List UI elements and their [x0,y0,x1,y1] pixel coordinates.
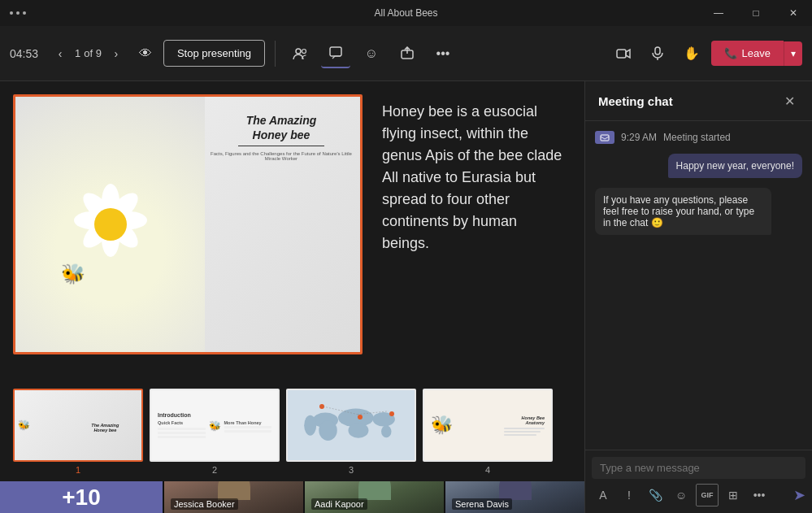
slide-current: 1 [75,47,80,59]
attach-button[interactable]: 📎 [644,484,667,506]
more-format-button[interactable]: ⊞ [722,484,745,506]
toolbar-right: ✋ 📞 Leave ▾ [609,39,802,68]
person-body-3 [499,481,532,500]
more-count: +10 [62,485,101,511]
slide-navigation: ‹ 1 of 9 › [49,42,128,65]
toolbar: 04:53 ‹ 1 of 9 › 👁 Stop presenting ☺ ••• [0,26,812,81]
main-content: 🐝 The AmazingHoney bee Facts, Figures an… [0,81,812,513]
main-slide-preview: 🐝 The AmazingHoney bee Facts, Figures an… [13,94,363,354]
thumbnail-strip: 🐝 The AmazingHoney bee 1 Introduction Qu… [0,382,584,481]
video-strip: +10 Jessica Booker Aadi Kapoor [0,481,584,513]
svg-line-14 [320,406,358,415]
eye-button[interactable]: 👁 [134,42,157,65]
svg-point-0 [296,49,301,54]
person-silhouette-3 [495,481,536,497]
person-body-2 [358,481,391,500]
person-silhouette-2 [354,481,395,497]
system-message: 9:29 AM Meeting started [595,131,802,144]
thumb-inner-2: Introduction Quick Facts 🐝 [151,390,278,460]
toolbar-divider-1 [275,41,276,67]
person-body-1 [218,481,250,500]
thumbnail-number-1: 1 [76,465,80,475]
leave-label: Leave [742,47,771,59]
slide-text-area: The AmazingHoney bee Facts, Figures and … [209,113,354,161]
reactions-icon-button[interactable]: ☺ [357,39,386,68]
prev-slide-button[interactable]: ‹ [49,42,72,65]
leave-dropdown-button[interactable]: ▾ [784,41,802,66]
slide-subtitle: Facts, Figures and the Challenges for th… [209,151,354,161]
app-title: All About Bees [374,7,437,19]
chat-message-input[interactable] [600,462,797,474]
flower-center [94,208,127,241]
system-time: 9:29 AM [621,132,657,143]
thumbnail-slide-3[interactable] [286,389,416,462]
svg-rect-4 [617,50,626,58]
description-content: Honey bee is a eusocial flying insect, w… [382,101,565,254]
thumbnail-number-4: 4 [485,465,490,475]
title-bar: All About Bees — □ ✕ [0,0,812,26]
leave-phone-icon: 📞 [724,47,737,59]
minimize-button[interactable]: — [700,0,737,26]
chat-bubble-left: If you have any questions, please feel f… [595,188,771,235]
chat-messages: 9:29 AM Meeting started Happy new year, … [585,121,812,450]
important-button[interactable]: ! [618,484,640,506]
thumbnail-4[interactable]: 🐝 Honey BeeAnatomy 4 [423,389,553,475]
slide-of: of 9 [84,47,102,59]
more-options-button[interactable]: ••• [428,39,458,68]
mic-button[interactable] [643,39,672,68]
system-icon [595,131,614,144]
video-name-1: Jessica Booker [171,498,238,510]
share-icon-button[interactable] [393,39,422,68]
thumbnail-slide-2[interactable]: Introduction Quick Facts 🐝 [150,389,280,462]
thumbnail-number-2: 2 [212,465,217,475]
close-button[interactable]: ✕ [775,0,812,26]
raise-hand-button[interactable]: ✋ [677,39,706,68]
emoji-button[interactable]: ☺ [670,484,693,506]
more-participants-tile: +10 [0,481,163,513]
presentation-area: 🐝 The AmazingHoney bee Facts, Figures an… [0,81,584,382]
camera-button[interactable] [609,39,638,68]
stop-presenting-button[interactable]: Stop presenting [163,40,265,67]
meeting-timer: 04:53 [10,47,42,60]
chat-bubble-right: Happy new year, everyone! [668,154,802,178]
more-options-chat-button[interactable]: ••• [748,484,771,506]
maximize-button[interactable]: □ [737,0,775,26]
chat-title: Meeting chat [598,94,673,108]
gif-button[interactable]: GIF [696,484,719,506]
chat-toolbar: A ! 📎 ☺ GIF ⊞ ••• ➤ [592,484,805,506]
system-text: Meeting started [663,132,731,143]
thumbnail-1[interactable]: 🐝 The AmazingHoney bee 1 [13,389,143,475]
chat-header: Meeting chat ✕ [585,81,812,121]
svg-rect-16 [601,135,609,141]
thumbnail-slide-4[interactable]: 🐝 Honey BeeAnatomy [423,389,553,462]
person-silhouette-1 [214,481,254,497]
thumb-inner-4: 🐝 Honey BeeAnatomy [424,390,551,460]
slide-description: Honey bee is a eusocial flying insect, w… [376,94,571,376]
chat-input-row [592,457,805,479]
video-tile-3: Serena Davis [445,481,584,513]
slide-main-title: The AmazingHoney bee [209,113,354,142]
thumbnail-slide-1[interactable]: 🐝 The AmazingHoney bee [13,389,143,462]
window-controls: — □ ✕ [700,0,812,26]
video-tile-2: Aadi Kapoor [305,481,444,513]
next-slide-button[interactable]: › [105,42,128,65]
thumbnail-2[interactable]: Introduction Quick Facts 🐝 [150,389,280,475]
thumbnail-3[interactable]: 3 [286,389,416,475]
chat-icon-button[interactable] [321,39,350,68]
video-name-3: Serena Davis [452,498,512,510]
title-bar-dots [10,11,26,15]
slide-title-divider [238,146,325,146]
send-button[interactable]: ➤ [793,486,805,504]
format-button[interactable]: A [592,484,614,506]
leave-button-group: 📞 Leave ▾ [711,41,802,66]
chat-close-button[interactable]: ✕ [779,91,799,111]
leave-button[interactable]: 📞 Leave [711,41,784,66]
video-name-2: Aadi Kapoor [311,498,367,510]
people-icon-button[interactable] [285,39,315,68]
svg-line-15 [358,411,389,415]
thumb-inner-1: 🐝 The AmazingHoney bee [15,390,141,460]
chat-input-area: A ! 📎 ☺ GIF ⊞ ••• ➤ [585,450,812,513]
slide-bee-flower: 🐝 [15,97,205,352]
thumb-inner-3 [288,390,415,460]
svg-rect-5 [655,47,660,54]
